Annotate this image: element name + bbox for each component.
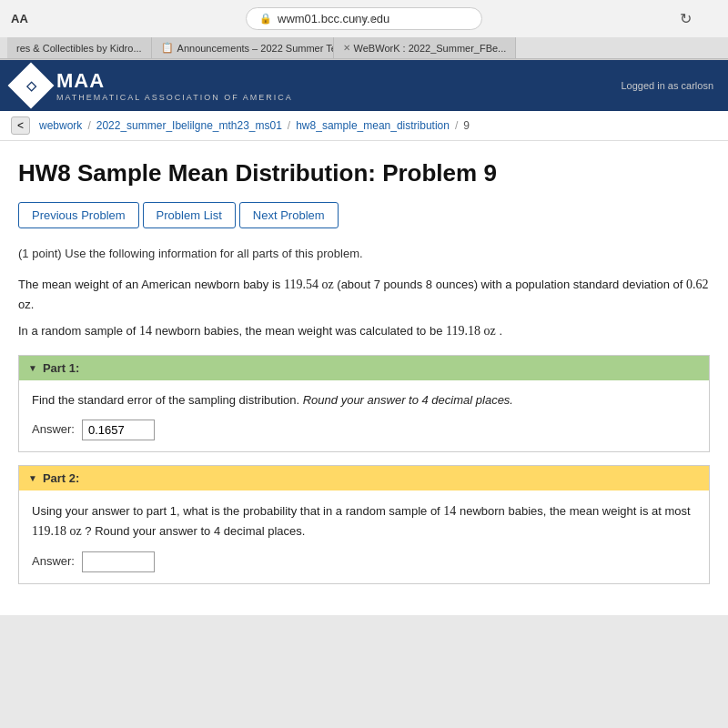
breadcrumb-link-hw[interactable]: hw8_sample_mean_distribution (296, 119, 450, 132)
part-2-answer-label: Answer: (32, 552, 75, 571)
tab-3-label: WeBWorK : 2022_Summer_FBe... (354, 43, 507, 54)
problem-text-5: newborn babies, the mean weight was calc… (156, 324, 443, 338)
part-2-answer-row: Answer: (32, 551, 696, 572)
dot-3 (370, 17, 374, 21)
browser-tab-2[interactable]: 📋 Announcements – 2022 Summer Term (4W1)… (152, 37, 334, 58)
dot-2 (362, 17, 366, 21)
breadcrumb-back-button[interactable]: < (11, 116, 30, 135)
part-1-section: ▼ Part 1: Find the standard error of the… (18, 355, 710, 452)
maa-diamond-text: ◇ (26, 78, 36, 93)
part-2-answer-input[interactable] (82, 551, 155, 572)
part-2-mean-value: 119.18 oz (32, 524, 82, 538)
problem-body-2: In a random sample of 14 newborn babies,… (18, 320, 710, 342)
part-1-answer-label: Answer: (32, 420, 75, 440)
breadcrumb-link-course[interactable]: 2022_summer_Ibelilgne_mth23_ms01 (96, 119, 282, 132)
breadcrumb-current: 9 (463, 119, 470, 132)
breadcrumb-sep-2: / (288, 119, 290, 132)
part-1-question: Find the standard error of the sampling … (32, 391, 696, 410)
tab-icon-2: 📋 (161, 42, 174, 54)
sample-size: 14 (139, 324, 152, 338)
maa-diamond-icon: ◇ (8, 63, 55, 109)
part-2-header[interactable]: ▼ Part 2: (19, 466, 709, 490)
browser-tab-3[interactable]: ✕ WeBWorK : 2022_Summer_FBe... (334, 37, 516, 58)
problem-text-4: In a random sample of (18, 324, 136, 338)
maa-logo: ◇ MAA MATHEMATICAL ASSOCIATION OF AMERIC… (15, 69, 293, 102)
browser-tab-1[interactable]: res & Collectibles by Kidro... (7, 37, 152, 58)
browser-dots (354, 17, 374, 21)
breadcrumb-sep-1: / (87, 119, 90, 132)
page-title: HW8 Sample Mean Distribution: Problem 9 (18, 159, 710, 187)
part-2-section: ▼ Part 2: Using your answer to part 1, w… (18, 465, 710, 584)
part-2-label: Part 2: (43, 471, 79, 485)
problem-body-1: The mean weight of an American newborn b… (18, 274, 710, 316)
part-1-header[interactable]: ▼ Part 1: (19, 356, 709, 380)
problem-nav: Previous Problem Problem List Next Probl… (18, 202, 710, 228)
maa-login: Logged in as carlosn (621, 80, 713, 91)
part-2-question: Using your answer to part 1, what is the… (32, 501, 696, 542)
problem-text-1: The mean weight of an American newborn b… (18, 278, 280, 291)
lock-icon: 🔒 (259, 13, 272, 25)
breadcrumb-link-webwork[interactable]: webwork (39, 119, 82, 132)
browser-tabs: res & Collectibles by Kidro... 📋 Announc… (0, 37, 728, 59)
problem-text-6: . (499, 324, 502, 338)
part-1-note: Round your answer to 4 decimal places. (303, 393, 513, 407)
part-2-arrow-icon: ▼ (28, 473, 37, 483)
problem-intro: (1 point) Use the following information … (18, 245, 710, 263)
part-1-answer-input[interactable] (82, 420, 155, 440)
part-2-question-mid: newborn babies, the mean weight is at mo… (460, 504, 691, 518)
browser-aa-label: AA (11, 12, 28, 25)
part-2-question-post: ? Round your answer to 4 decimal places. (85, 524, 305, 538)
part-1-question-text: Find the standard error of the sampling … (32, 393, 299, 407)
browser-chrome: AA 🔒 wwm01.bcc.cuny.edu ↻ res & Collecti… (0, 0, 728, 60)
part-1-answer-row: Answer: (32, 420, 696, 440)
std-dev: 0.62 (686, 278, 709, 291)
part-2-body: Using your answer to part 1, what is the… (19, 490, 709, 583)
part-1-body: Find the standard error of the sampling … (19, 380, 709, 451)
sample-mean: 119.18 oz (446, 324, 496, 338)
part-1-label: Part 1: (43, 361, 79, 375)
problem-text-3: oz. (18, 298, 34, 311)
previous-problem-button[interactable]: Previous Problem (18, 202, 139, 228)
maa-subtitle: MATHEMATICAL ASSOCIATION OF AMERICA (56, 93, 293, 102)
next-problem-button[interactable]: Next Problem (239, 202, 339, 228)
refresh-button[interactable]: ↻ (680, 10, 692, 27)
maa-text-block: MAA MATHEMATICAL ASSOCIATION OF AMERICA (56, 69, 293, 102)
dot-1 (354, 17, 358, 21)
breadcrumb-sep-3: / (455, 119, 458, 132)
part-2-sample-size: 14 (443, 504, 456, 518)
main-content: HW8 Sample Mean Distribution: Problem 9 … (0, 141, 728, 615)
part-1-arrow-icon: ▼ (28, 363, 37, 373)
breadcrumb: < webwork / 2022_summer_Ibelilgne_mth23_… (0, 111, 728, 141)
problem-list-button[interactable]: Problem List (143, 202, 236, 228)
tab-1-label: res & Collectibles by Kidro... (16, 43, 142, 54)
part-2-question-pre: Using your answer to part 1, what is the… (32, 504, 440, 518)
tab-2-label: Announcements – 2022 Summer Term (4W1) P… (177, 43, 334, 54)
mean-weight: 119.54 oz (284, 278, 334, 291)
maa-title: MAA (56, 69, 293, 93)
maa-header: ◇ MAA MATHEMATICAL ASSOCIATION OF AMERIC… (0, 60, 728, 111)
tab-close-3[interactable]: ✕ (343, 43, 350, 53)
problem-text-2: (about 7 pounds 8 ounces) with a populat… (337, 278, 682, 291)
browser-top-bar: AA 🔒 wwm01.bcc.cuny.edu ↻ (0, 0, 728, 37)
